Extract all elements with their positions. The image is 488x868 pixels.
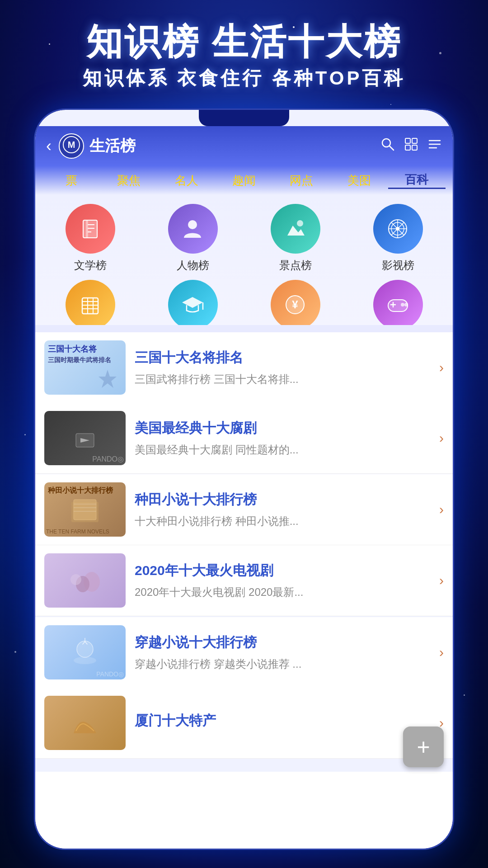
list-desc-3: 十大种田小说排行榜 种田小说推... (135, 514, 430, 529)
literature-icon (66, 204, 115, 254)
svg-rect-41 (74, 500, 96, 520)
hero-subtitle: 知识体系 衣食住行 各种TOP百科 (0, 66, 488, 91)
tab-piao[interactable]: 票 (42, 173, 100, 189)
grid-icon[interactable] (404, 137, 418, 155)
literature-label: 文学榜 (74, 258, 107, 273)
nav-icon-group (380, 137, 442, 155)
search-icon[interactable] (380, 137, 395, 155)
thumb-3: 种田小说十大排行榜 THE TEN FARM NOVELS (44, 482, 126, 537)
list-content-4: 2020年十大最火电视剧 2020年十大最火电视剧 2020最新... (135, 561, 430, 600)
list-content-5: 穿越小说十大排行榜 穿越小说排行榜 穿越类小说推荐 ... (135, 633, 430, 672)
app-logo: M (59, 133, 84, 159)
person-label: 人物榜 (177, 258, 209, 273)
svg-rect-25 (82, 298, 98, 314)
list-title-4: 2020年十大最火电视剧 (135, 561, 430, 580)
arrow-1: › (439, 360, 444, 375)
thumb-4 (44, 553, 126, 608)
list-title-3: 种田小说十大排行榜 (135, 491, 430, 509)
bottom-safe-area (35, 772, 453, 849)
university-icon (168, 280, 218, 330)
svg-point-47 (70, 574, 81, 585)
tab-mingren[interactable]: 名人 (158, 173, 215, 189)
list-title-6: 厦门十大特产 (135, 712, 430, 730)
scenic-icon (271, 204, 320, 254)
person-icon (168, 204, 218, 254)
svg-line-3 (389, 146, 394, 150)
thumb-2: PANDO◎ (44, 411, 126, 465)
game-icon (373, 280, 423, 330)
list-desc-1: 三国武将排行榜 三国十大名将排... (135, 372, 430, 387)
list-content-3: 种田小说十大排行榜 十大种田小说排行榜 种田小说推... (135, 491, 430, 529)
tab-wangdian[interactable]: 网点 (273, 173, 330, 189)
list-item-2[interactable]: PANDO◎ 美国最经典十大腐剧 美国最经典十大腐剧 同性题材的... › (35, 403, 453, 474)
list-desc-4: 2020年十大最火电视剧 2020最新... (135, 585, 430, 600)
list-title-5: 穿越小说十大排行榜 (135, 633, 430, 652)
thumb-1: 三国十大名将三国时期最牛武将排名 (44, 340, 126, 395)
arrow-5: › (439, 645, 444, 660)
category-film[interactable]: 影视榜 (350, 204, 446, 273)
arrow-3: › (439, 502, 444, 517)
hero-title: 知识榜 生活十大榜 (0, 18, 488, 67)
wealth-icon: ¥ (271, 280, 320, 330)
back-button[interactable]: ‹ (46, 137, 52, 156)
list-content-2: 美国最经典十大腐剧 美国最经典十大腐剧 同性题材的... (135, 419, 430, 458)
thumb-6 (44, 696, 126, 750)
svg-point-24 (396, 227, 399, 231)
list-item-4[interactable]: 2020年十大最火电视剧 2020年十大最火电视剧 2020最新... › (35, 545, 453, 616)
svg-rect-11 (83, 220, 97, 238)
list-content-1: 三国十大名将排名 三国武将排行榜 三国十大名将排... (135, 349, 430, 387)
list-desc-5: 穿越小说排行榜 穿越类小说推荐 ... (135, 656, 430, 672)
logo-text: M (62, 136, 80, 157)
list-item-3[interactable]: 种田小说十大排行榜 THE TEN FARM NOVELS 种田小说十大排行榜 … (35, 474, 453, 545)
list-item-6[interactable]: 厦门十大特产 › (35, 688, 453, 759)
svg-point-16 (188, 220, 197, 229)
category-person[interactable]: 人物榜 (145, 204, 240, 273)
fab-button[interactable]: + (403, 726, 444, 767)
history-icon (66, 280, 115, 330)
svg-rect-12 (86, 220, 88, 238)
svg-point-17 (297, 220, 303, 226)
svg-rect-5 (412, 138, 417, 143)
tab-baike[interactable]: 百科 (388, 172, 446, 189)
list-desc-2: 美国最经典十大腐剧 同性题材的... (135, 442, 430, 458)
list-content-6: 厦门十大特产 (135, 712, 430, 735)
svg-point-36 (404, 303, 408, 307)
phone-frame: ‹ M 生活榜 (34, 108, 454, 850)
film-label: 影视榜 (382, 258, 414, 273)
svg-point-35 (401, 303, 404, 307)
tab-jujiao[interactable]: 聚焦 (100, 173, 157, 189)
tab-bar: 票 聚焦 名人 趣闻 网点 美图 百科 (35, 166, 453, 195)
svg-text:M: M (68, 140, 75, 150)
film-icon (373, 204, 423, 254)
list-title-1: 三国十大名将排名 (135, 349, 430, 367)
list-title-2: 美国最经典十大腐剧 (135, 419, 430, 438)
thumb-5: PANDO◎ (44, 625, 126, 679)
svg-rect-7 (412, 145, 417, 150)
app-navbar: ‹ M 生活榜 (35, 126, 453, 166)
tab-meitu[interactable]: 美图 (330, 173, 388, 189)
section-divider (35, 325, 453, 332)
list-item-5[interactable]: PANDO◎ 穿越小说十大排行榜 穿越小说排行榜 穿越类小说推荐 ... › (35, 617, 453, 688)
scenic-label: 景点榜 (279, 258, 312, 273)
tab-quwen[interactable]: 趣闻 (215, 173, 272, 189)
nav-title: 生活榜 (89, 136, 380, 156)
arrow-4: › (439, 573, 444, 588)
phone-notch (199, 110, 289, 126)
svg-rect-6 (405, 145, 410, 150)
category-scenic[interactable]: 景点榜 (248, 204, 343, 273)
fab-icon: + (417, 734, 430, 760)
svg-text:¥: ¥ (292, 298, 298, 311)
svg-point-48 (77, 641, 93, 657)
list-item-1[interactable]: 三国十大名将三国时期最牛武将排名 三国十大名将排名 三国武将排行榜 三国十大名将… (35, 332, 453, 403)
list-icon[interactable] (427, 137, 442, 155)
arrow-2: › (439, 430, 444, 446)
svg-point-49 (74, 657, 96, 664)
svg-rect-4 (405, 138, 410, 143)
category-literature[interactable]: 文学榜 (42, 204, 138, 273)
